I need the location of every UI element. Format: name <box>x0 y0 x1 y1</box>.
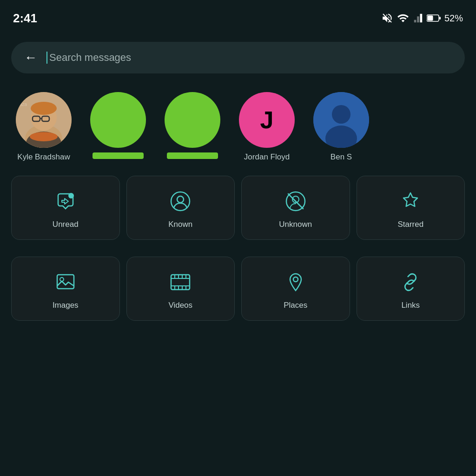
places-label: Places <box>284 301 307 310</box>
svg-point-6 <box>30 132 58 141</box>
avatar-jordan: J <box>239 92 295 148</box>
filter-unknown[interactable]: Unknown <box>241 176 350 240</box>
images-label: Images <box>53 301 79 310</box>
search-bar[interactable]: ← Search messages <box>11 42 465 73</box>
battery-percent: 52% <box>444 13 463 24</box>
svg-rect-22 <box>57 275 74 289</box>
filter-grid-row2: Images Videos <box>0 247 476 328</box>
wifi-icon <box>397 12 409 24</box>
contacts-row: aza Kyle Bradshaw J Jordan Floyd Ben S <box>0 83 476 166</box>
contact-2[interactable] <box>86 92 151 159</box>
contact-kyle[interactable]: aza Kyle Bradshaw <box>11 92 76 162</box>
svg-rect-24 <box>171 275 190 290</box>
filter-unread[interactable]: Unread <box>11 176 120 240</box>
starred-label: Starred <box>397 220 423 229</box>
unread-label: Unread <box>53 220 79 229</box>
status-time: 2:41 <box>13 11 37 26</box>
videos-label: Videos <box>168 301 192 310</box>
filter-places[interactable]: Places <box>241 257 350 321</box>
kyle-photo: aza <box>16 92 72 148</box>
svg-point-18 <box>177 196 184 203</box>
signal-icon <box>413 12 423 24</box>
filter-starred[interactable]: Starred <box>357 176 465 240</box>
avatar-kyle: aza <box>16 92 72 148</box>
contact-name-jordan: Jordan Floyd <box>244 152 290 162</box>
images-icon <box>53 270 78 294</box>
status-icons: 52% <box>381 12 463 24</box>
search-container: ← Search messages <box>0 33 476 83</box>
search-input[interactable]: Search messages <box>46 52 131 64</box>
filter-links[interactable]: Links <box>357 257 465 321</box>
svg-point-14 <box>332 105 350 124</box>
cursor <box>46 52 47 64</box>
contact-jordan[interactable]: J Jordan Floyd <box>234 92 299 162</box>
contact-ben[interactable]: Ben S <box>309 92 374 162</box>
filter-images[interactable]: Images <box>11 257 120 321</box>
filter-grid-row1: Unread Known Unknown <box>0 166 476 247</box>
avatar-ben <box>313 92 369 148</box>
search-placeholder: Search messages <box>49 52 131 64</box>
svg-point-16 <box>68 193 74 198</box>
unknown-label: Unknown <box>279 220 312 229</box>
known-icon <box>168 189 192 213</box>
contact-name-loading-3 <box>167 152 218 159</box>
links-icon <box>398 270 423 294</box>
back-button[interactable]: ← <box>24 50 37 65</box>
battery-icon <box>427 13 441 23</box>
svg-rect-1 <box>439 17 441 20</box>
filter-videos[interactable]: Videos <box>126 257 235 321</box>
contact-3[interactable] <box>160 92 225 159</box>
mute-icon <box>381 12 393 24</box>
places-icon <box>284 270 308 294</box>
avatar-contact3 <box>165 92 220 148</box>
contact-name-loading-2 <box>93 152 144 159</box>
svg-text:aza: aza <box>20 102 27 107</box>
svg-rect-2 <box>427 16 433 21</box>
unknown-icon <box>284 189 308 213</box>
videos-icon <box>168 270 192 294</box>
starred-icon <box>398 189 423 213</box>
svg-point-35 <box>293 277 298 282</box>
known-label: Known <box>168 220 192 229</box>
svg-point-8 <box>31 102 57 115</box>
filter-known[interactable]: Known <box>126 176 235 240</box>
status-bar: 2:41 52% <box>0 0 476 33</box>
contact-name-kyle: Kyle Bradshaw <box>17 152 70 162</box>
links-label: Links <box>401 301 420 310</box>
avatar-contact2 <box>90 92 146 148</box>
unread-icon <box>53 189 78 213</box>
contact-name-ben: Ben S <box>331 152 352 162</box>
